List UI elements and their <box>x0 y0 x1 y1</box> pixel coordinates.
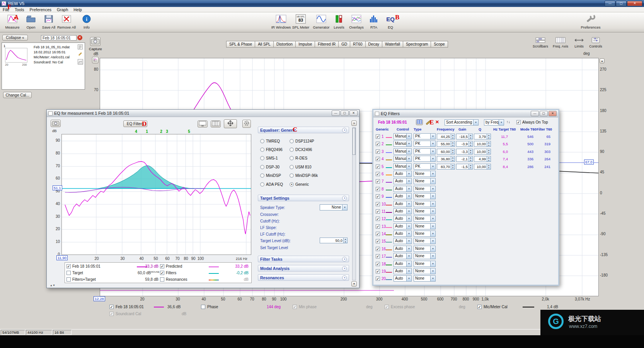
ir-windows-button[interactable]: IR Windows <box>271 13 291 32</box>
equaliser-option[interactable]: SMS-1 <box>260 154 290 163</box>
filter-control-select[interactable]: Auto▼ <box>394 193 412 199</box>
filter-control-select[interactable]: Auto▼ <box>394 246 412 252</box>
freq-axis-button[interactable]: Freq. Axis <box>551 36 570 51</box>
expand-section-icon[interactable]: » <box>342 257 347 261</box>
collapse-section-icon[interactable]: « <box>342 196 347 200</box>
eq-filters-maximize-button[interactable]: ▢ <box>540 111 548 116</box>
graph-tab[interactable]: Scope <box>431 41 448 48</box>
filter-enable-checkbox[interactable]: ✓ <box>376 254 380 258</box>
menu-item[interactable]: Tools <box>12 7 27 12</box>
filter-type-select[interactable]: PK▼ <box>414 163 436 170</box>
graph-tab[interactable]: SPL & Phase <box>226 41 255 48</box>
filter-frequency-spinner[interactable]: 60,00▲▼ <box>437 149 455 154</box>
filter-enable-checkbox[interactable]: ✓ <box>376 247 380 251</box>
equaliser-option[interactable]: USM 810 <box>290 163 349 171</box>
filter-gain-spinner[interactable]: -2,1▲▼ <box>456 156 473 162</box>
eq-dialog-titlebar[interactable]: EQ for measurement 1 Feb 18 16:05:01 — ▢… <box>47 110 359 117</box>
filter-control-select[interactable]: Auto▼ <box>394 253 412 259</box>
filter-enable-checkbox[interactable]: ✓ <box>376 277 380 281</box>
legend-min-phase-checkbox[interactable]: ✓ <box>293 305 297 309</box>
eq-panel-scrollbar[interactable] <box>352 127 356 280</box>
filter-q-spinner[interactable]: 10,00▲▼ <box>474 141 491 147</box>
pencil-icon[interactable] <box>78 51 83 56</box>
filter-enable-checkbox[interactable]: ✓ <box>376 134 380 139</box>
filter-gain-spinner[interactable]: -3,9▲▼ <box>456 141 473 147</box>
expand-section-icon[interactable]: » <box>342 266 347 271</box>
filter-type-select[interactable]: None▼ <box>414 208 436 214</box>
eq-legend-target-checkbox[interactable] <box>66 271 71 275</box>
filter-frequency-spinner[interactable]: 36,80▲▼ <box>437 156 455 162</box>
speaker-type-select[interactable]: None▼ <box>320 204 348 210</box>
filter-enable-checkbox[interactable]: ✓ <box>376 217 380 221</box>
filter-type-select[interactable]: None▼ <box>414 171 436 177</box>
filter-type-select[interactable]: None▼ <box>414 178 436 184</box>
eq-legend-measurement-checkbox[interactable]: ✓ <box>66 264 71 268</box>
filter-enable-checkbox[interactable]: ✓ <box>376 202 380 206</box>
eq-filters-titlebar[interactable]: EQ Filters — ▢ ✕ <box>373 110 558 117</box>
eq-legend-filters-target-checkbox[interactable] <box>66 277 71 282</box>
limits-button[interactable]: Limits <box>571 36 587 51</box>
equaliser-option[interactable]: MiniDSP <box>260 171 290 180</box>
filter-q-spinner[interactable]: 3,79▲▼ <box>474 134 491 139</box>
filter-control-select[interactable]: Auto▼ <box>394 238 412 244</box>
filter-enable-checkbox[interactable]: ✓ <box>376 232 380 236</box>
graph-tab[interactable]: All SPL <box>255 41 273 48</box>
filter-control-select[interactable]: Auto▼ <box>394 268 412 274</box>
expand-section-icon[interactable]: » <box>342 275 347 280</box>
filter-enable-checkbox[interactable]: ✓ <box>376 262 380 266</box>
save-all-button[interactable]: Save All <box>39 13 59 32</box>
filter-enable-checkbox[interactable]: ✓ <box>376 172 380 176</box>
filter-enable-checkbox[interactable]: ✓ <box>376 194 380 199</box>
filter-control-select[interactable]: Auto▼ <box>394 186 412 192</box>
filter-table-icon[interactable] <box>416 119 423 125</box>
eq-filters-minimize-button[interactable]: — <box>531 111 539 116</box>
eq-filters-close-button[interactable]: ✕ <box>549 111 557 116</box>
filter-type-select[interactable]: PK▼ <box>414 133 436 139</box>
info-button[interactable]: i Info <box>77 13 97 32</box>
preferences-button[interactable]: Preferences <box>581 13 601 32</box>
open-button[interactable]: Open <box>21 13 41 32</box>
filter-frequency-spinner[interactable]: 55,00▲▼ <box>437 141 455 147</box>
delete-measurement-icon[interactable]: ✕ <box>77 35 82 40</box>
pan-arrows-icon[interactable]: ▲▼ <box>50 284 55 287</box>
filter-control-select[interactable]: Auto▼ <box>394 223 412 229</box>
sort-arrows-icon[interactable]: ↑↓ <box>506 120 510 124</box>
measurement-options-icon[interactable] <box>78 59 83 65</box>
filter-q-spinner[interactable]: 10,00▲▼ <box>474 164 491 170</box>
filter-type-select[interactable]: PK▼ <box>414 156 436 162</box>
filter-control-select[interactable]: Manual▼ <box>394 163 412 170</box>
filter-type-select[interactable]: None▼ <box>414 193 436 199</box>
filter-q-spinner[interactable]: 4,99▲▼ <box>474 156 491 162</box>
filter-type-select[interactable]: None▼ <box>414 231 436 237</box>
filter-enable-checkbox[interactable]: ✓ <box>376 269 380 273</box>
maximize-button[interactable]: ▢ <box>616 1 627 6</box>
clear-filters-icon[interactable]: ✕ <box>435 119 439 125</box>
menu-item[interactable]: Preferences <box>27 7 54 12</box>
pan-axes-icon[interactable] <box>224 119 237 128</box>
layout-monitor-icon[interactable] <box>198 121 208 127</box>
equaliser-section-header[interactable]: Equaliser: Generic « <box>258 127 349 133</box>
equaliser-option[interactable]: R-DES <box>290 154 349 163</box>
change-cal-button[interactable]: Change Cal... <box>3 92 32 98</box>
eq-dialog-maximize-button[interactable]: ▢ <box>341 110 349 116</box>
menu-item[interactable]: Graph <box>54 7 71 12</box>
filter-type-select[interactable]: None▼ <box>414 186 436 192</box>
scroll-down-icon[interactable]: ▼ <box>351 281 357 287</box>
modal-analysis-section-header[interactable]: Modal Analysis » <box>258 265 349 272</box>
gear-icon[interactable] <box>242 120 251 128</box>
generator-button[interactable]: Generator <box>311 13 331 32</box>
graph-tab[interactable]: Decay <box>365 41 382 48</box>
eq-capture-icon[interactable] <box>51 120 61 127</box>
graph-scroll-up-icon[interactable]: ▲ <box>600 58 605 63</box>
filter-type-select[interactable]: PK▼ <box>414 141 436 147</box>
collapse-section-icon[interactable]: « <box>342 128 347 132</box>
filter-control-select[interactable]: Auto▼ <box>394 178 412 184</box>
equaliser-option[interactable]: FBQ2496 <box>260 145 290 154</box>
equaliser-option[interactable]: TMREQ <box>260 137 290 145</box>
graph-tab[interactable]: Spectrogram <box>403 41 431 48</box>
remove-all-button[interactable]: Remove All <box>56 13 77 32</box>
target-level-spinner[interactable]: 50,0▲▼ <box>320 238 348 243</box>
minimize-button[interactable]: — <box>605 1 615 6</box>
panel-collapse-icon[interactable]: » <box>351 121 357 126</box>
filter-type-select[interactable]: None▼ <box>414 201 436 207</box>
